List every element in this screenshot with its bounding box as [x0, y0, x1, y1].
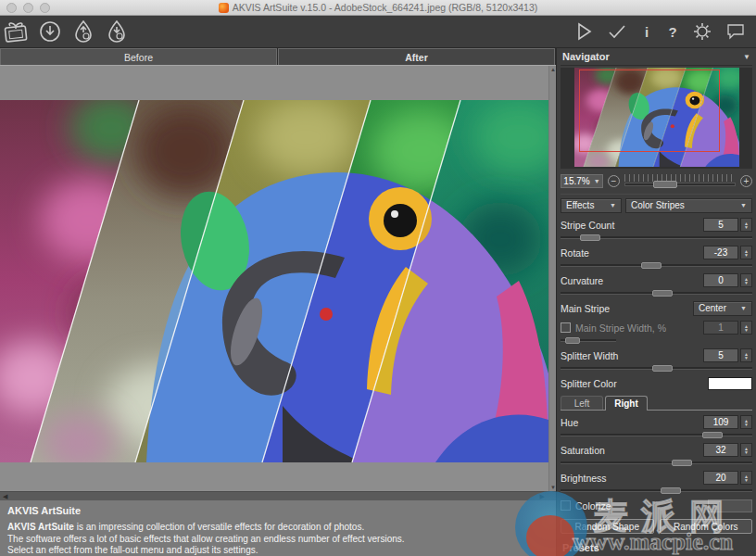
chevron-down-icon: ▼ [735, 305, 747, 311]
main-stripe-width-slider[interactable] [561, 337, 616, 344]
chevron-down-icon: ▼ [594, 178, 600, 184]
brightness-value[interactable]: 20 [703, 471, 738, 485]
import-presets-icon[interactable] [102, 18, 132, 45]
image-canvas[interactable]: ▲▼ ◀▶ [0, 65, 556, 500]
preferences-gear-icon[interactable] [687, 18, 717, 45]
param-hue: Hue 109 ▲▼ [561, 414, 752, 430]
param-main-stripe: Main Stripe Center ▼ [561, 300, 752, 316]
splitter-width-slider[interactable] [561, 365, 752, 372]
brightness-slider[interactable] [561, 487, 752, 494]
tab-after[interactable]: After [278, 48, 555, 65]
chevron-down-icon: ▼ [743, 53, 750, 61]
zoom-value: 15.7% [563, 176, 589, 186]
random-colors-button[interactable]: Random Colors [660, 519, 753, 534]
curvature-value[interactable]: 0 [703, 273, 738, 287]
share-icon[interactable] [35, 18, 65, 45]
stripe-side-tabs: Left Right [561, 396, 752, 411]
tab-before[interactable]: Before [0, 48, 277, 65]
colorize-color-swatch[interactable] [708, 499, 752, 512]
zoom-value-dropdown[interactable]: 15.7% ▼ [561, 174, 603, 188]
info-line-2: The software offers a lot of basic effec… [7, 534, 548, 546]
info-icon[interactable]: i [634, 24, 660, 40]
tab-left[interactable]: Left [561, 396, 603, 410]
presets-title: Presets [562, 542, 599, 553]
presets-header: Presets [561, 539, 752, 556]
stripe-count-slider[interactable] [561, 234, 752, 241]
stripe-count-spinner[interactable]: ▲▼ [740, 218, 752, 232]
app-icon [219, 3, 229, 13]
feedback-bubble-icon[interactable] [721, 18, 750, 45]
param-saturation: Saturation 32 ▲▼ [561, 442, 752, 458]
window-title: AKVIS ArtSuite v.15.0 - AdobeStock_66424… [233, 2, 538, 13]
zoom-button[interactable] [40, 3, 50, 13]
rotate-spinner[interactable]: ▲▼ [740, 246, 752, 259]
param-splitter-color: Splitter Color [561, 375, 752, 391]
splitter-width-value[interactable]: 5 [703, 348, 738, 362]
info-line-3: Select an effect from the fall-out menu … [7, 545, 548, 556]
chevron-down-icon: ▼ [604, 202, 616, 208]
open-image-icon[interactable] [2, 18, 32, 45]
param-brightness: Brightness 20 ▲▼ [561, 470, 752, 486]
effects-group-dropdown[interactable]: Effects ▼ [561, 198, 622, 213]
splitter-color-swatch[interactable] [708, 377, 752, 390]
apply-icon[interactable] [602, 18, 632, 45]
info-title: AKVIS ArtSuite [7, 505, 548, 516]
curvature-spinner[interactable]: ▲▼ [740, 273, 752, 287]
param-curvature: Curvature 0 ▲▼ [561, 272, 752, 288]
hue-value[interactable]: 109 [703, 415, 738, 429]
main-toolbar: i ? [0, 16, 756, 48]
stripe-count-value[interactable]: 5 [703, 218, 738, 232]
navigator-thumbnail[interactable] [561, 68, 752, 169]
info-panel: AKVIS ArtSuite AKVIS ArtSuite is an impr… [0, 500, 556, 556]
view-tabs: Before After [0, 48, 556, 65]
window-controls [6, 3, 50, 13]
navigator-view-frame[interactable] [579, 70, 720, 152]
param-main-stripe-width: Main Stripe Width, % 1 ▲▼ [561, 320, 752, 335]
zoom-in-button[interactable]: + [740, 175, 752, 187]
saturation-spinner[interactable]: ▲▼ [740, 443, 752, 457]
app-window: AKVIS ArtSuite v.15.0 - AdobeStock_66424… [0, 0, 756, 556]
after-image[interactable] [0, 100, 548, 462]
main-stripe-dropdown[interactable]: Center ▼ [693, 301, 752, 316]
close-button[interactable] [6, 3, 17, 13]
colorize-checkbox[interactable] [561, 500, 571, 511]
zoom-slider[interactable] [624, 174, 736, 187]
random-shape-button[interactable]: Random Shape [561, 519, 654, 534]
curvature-slider[interactable] [561, 290, 752, 297]
horizontal-scrollbar[interactable]: ◀▶ [0, 491, 556, 500]
settings-panel: Navigator ▼ 15.7% ▼ − + Effects ▼ [556, 48, 756, 556]
param-stripe-count: Stripe Count 5 ▲▼ [561, 217, 752, 233]
minimize-button[interactable] [23, 3, 33, 13]
hue-spinner[interactable]: ▲▼ [740, 415, 752, 429]
effect-selector-dropdown[interactable]: Color Stripes ▼ [625, 198, 752, 213]
vertical-scrollbar[interactable]: ▲▼ [548, 66, 556, 492]
rotate-value[interactable]: -23 [703, 246, 738, 259]
main-stripe-width-spinner[interactable]: ▲▼ [740, 321, 752, 335]
export-presets-icon[interactable] [69, 18, 98, 45]
param-splitter-width: Splitter Width 5 ▲▼ [561, 348, 752, 363]
title-bar: AKVIS ArtSuite v.15.0 - AdobeStock_66424… [0, 0, 756, 16]
brightness-spinner[interactable]: ▲▼ [740, 471, 752, 485]
zoom-slider-handle[interactable] [653, 181, 677, 188]
hue-slider[interactable] [561, 432, 752, 438]
saturation-value[interactable]: 32 [703, 443, 738, 457]
param-rotate: Rotate -23 ▲▼ [561, 245, 752, 260]
info-line-1: AKVIS ArtSuite is an impressing collecti… [7, 522, 548, 534]
help-icon[interactable]: ? [660, 24, 686, 40]
tab-right[interactable]: Right [605, 396, 648, 411]
zoom-out-button[interactable]: − [608, 175, 620, 187]
rotate-slider[interactable] [561, 262, 752, 269]
saturation-slider[interactable] [561, 460, 752, 466]
main-stripe-width-value[interactable]: 1 [703, 321, 738, 335]
main-stripe-width-checkbox[interactable] [561, 322, 571, 333]
navigator-title: Navigator [562, 51, 610, 62]
splitter-width-spinner[interactable]: ▲▼ [740, 348, 752, 362]
zoom-controls: 15.7% ▼ − + [561, 171, 752, 191]
param-colorize: Colorize [561, 498, 752, 513]
run-icon[interactable] [569, 18, 598, 45]
navigator-header[interactable]: Navigator ▼ [561, 48, 752, 66]
chevron-down-icon: ▼ [735, 202, 747, 208]
